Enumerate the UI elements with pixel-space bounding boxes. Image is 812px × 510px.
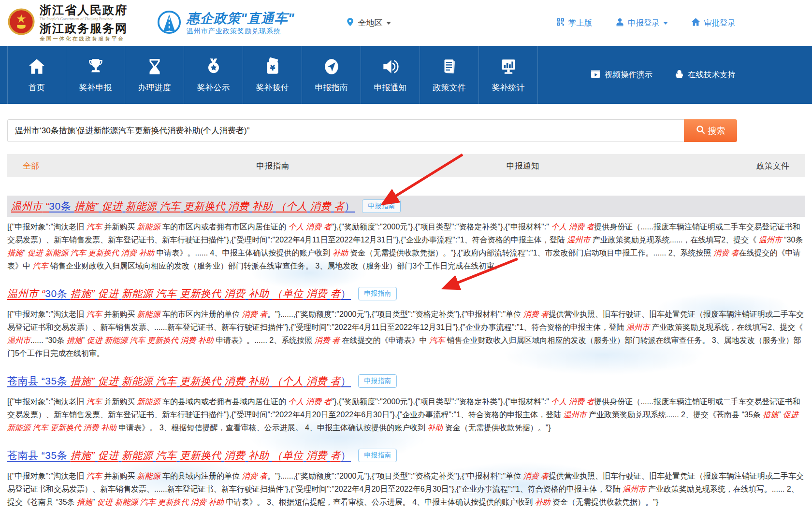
chevron-down-icon (386, 22, 391, 25)
result-title-row: 苍南县 “35条 措施” 促进 新能源 汽车 更新换代 消费 补助 （单位 消费… (7, 445, 805, 466)
video-demo-label: 视频操作演示 (605, 70, 652, 80)
trophy-icon (86, 57, 106, 77)
search-icon (696, 125, 705, 137)
gov-logo: 浙江省人民政府 The People's Government of Zheji… (7, 4, 128, 42)
nav-right-links: 视频操作演示 在线技术支持 (590, 46, 736, 104)
search-bar: 搜索 (7, 119, 805, 142)
region-selector[interactable]: 全地区 (346, 17, 391, 29)
bar-chart-icon (498, 57, 519, 77)
approve-login-link[interactable]: 审批登录 (691, 17, 736, 28)
main-content: 搜索 全部 申报指南 申报通知 政策文件 温州市 “30条 措施” 促进 新能源… (0, 119, 812, 509)
nav-label: 奖补拨付 (256, 82, 289, 93)
page: 浙江省人民政府 The People's Government of Zheji… (0, 0, 812, 510)
nav-item-award-publicity[interactable]: 奖补公示 (184, 46, 243, 104)
result-title-link[interactable]: 苍南县 “35条 措施” 促进 新能源 汽车 更新换代 消费 补助 （单位 消费… (7, 449, 351, 462)
search-result-1: 温州市 “30条 措施” 促进 新能源 汽车 更新换代 消费 补助 （个人 消费… (7, 196, 805, 272)
gov-name: 浙江省人民政府 (40, 4, 128, 16)
nav-item-policy-files[interactable]: 政策文件 (420, 46, 479, 104)
document-icon (439, 57, 460, 77)
gov-site-name: 浙江政务服务网 (40, 23, 128, 35)
result-tag-badge[interactable]: 申报指南 (362, 199, 401, 213)
gov-text-block: 浙江省人民政府 The People's Government of Zheji… (40, 4, 128, 42)
video-demo-link[interactable]: 视频操作演示 (590, 70, 652, 81)
tab-policy-files[interactable]: 政策文件 (756, 160, 789, 171)
search-result-4: 苍南县 “35条 措施” 促进 新能源 汽车 更新换代 消费 补助 （单位 消费… (7, 445, 805, 509)
result-snippet: [{"申报对象":"淘汰老旧 汽车 并新购买 新能源 车的市区内或者拥有市区内居… (7, 220, 805, 272)
result-title-link[interactable]: 苍南县 “35条 措施” 促进 新能源 汽车 更新换代 消费 补助 （个人 消费… (7, 374, 351, 388)
location-pin-icon (346, 17, 355, 29)
result-snippet: [{"申报对象":"淘汰老旧 汽车 并新购买 新能源 车的县域内或者拥有县域内居… (7, 395, 805, 434)
declare-login-label: 申报登录 (628, 18, 660, 28)
result-title-link[interactable]: 温州市 “30条 措施” 促进 新能源 汽车 更新换代 消费 补助 （单位 消费… (7, 287, 351, 300)
gov-name-en: The People's Government of Zhejiang Prov… (40, 17, 128, 21)
tech-support-link[interactable]: 在线技术支持 (675, 70, 736, 81)
declare-login-link[interactable]: 申报登录 (615, 17, 668, 28)
mobile-version-label: 掌上版 (568, 18, 593, 28)
approve-login-label: 审批登录 (704, 18, 736, 28)
compass-arrow-icon (321, 57, 342, 77)
nav-item-progress[interactable]: 办理进度 (125, 46, 184, 104)
nav-label: 办理进度 (138, 82, 171, 93)
site-header: 浙江省人民政府 The People's Government of Zheji… (0, 0, 812, 46)
nav-label: 首页 (29, 82, 45, 93)
tab-declare-notice[interactable]: 申报通知 (507, 160, 539, 171)
search-result-3: 苍南县 “35条 措施” 促进 新能源 汽车 更新换代 消费 补助 （个人 消费… (7, 370, 805, 434)
tab-declare-guide[interactable]: 申报指南 (256, 160, 289, 171)
result-title-row: 温州市 “30条 措施” 促进 新能源 汽车 更新换代 消费 补助 （单位 消费… (7, 283, 805, 304)
home-icon (27, 57, 47, 77)
result-title-link[interactable]: 温州市 “30条 措施” 促进 新能源 汽车 更新换代 消费 补助 （个人 消费… (11, 199, 355, 213)
nav-label: 奖补申报 (79, 82, 112, 93)
result-title-row: 苍南县 “35条 措施” 促进 新能源 汽车 更新换代 消费 补助 （个人 消费… (7, 370, 805, 392)
hourglass-icon (145, 57, 165, 77)
nav-item-award-statistics[interactable]: 奖补统计 (479, 46, 538, 104)
main-nav: 首页 奖补申报 办理进度 奖补公示 ¥ 奖补拨付 (0, 46, 812, 104)
region-label: 全地区 (358, 17, 383, 28)
speaker-icon (380, 57, 401, 77)
nav-label: 奖补统计 (492, 82, 525, 93)
search-button[interactable]: 搜索 (684, 119, 737, 142)
chevron-down-icon (663, 22, 668, 25)
nav-item-declare-notice[interactable]: 申报通知 (361, 46, 420, 104)
nav-item-award-payment[interactable]: ¥ 奖补拨付 (243, 46, 302, 104)
nav-label: 奖补公示 (197, 82, 230, 93)
app-subtitle: 温州市产业政策奖励兑现系统 (187, 27, 295, 35)
tab-all[interactable]: 全部 (23, 160, 39, 171)
gov-platform-line: 全国一体化在线政务服务平台 (40, 36, 128, 42)
svg-text:¥: ¥ (270, 63, 275, 72)
video-icon (590, 70, 601, 81)
qr-code-icon (556, 17, 565, 28)
money-bag-icon: ¥ (262, 57, 283, 77)
user-icon (615, 17, 624, 28)
nav-item-declare-guide[interactable]: 申报指南 (302, 46, 361, 104)
mobile-version-link[interactable]: 掌上版 (556, 17, 593, 28)
search-input[interactable] (7, 119, 684, 142)
header-links: 掌上版 申报登录 审批登录 (556, 17, 736, 28)
nav-item-award-apply[interactable]: 奖补申报 (66, 46, 125, 104)
nav-label: 申报指南 (315, 82, 348, 93)
qq-penguin-icon (675, 70, 684, 81)
result-tag-badge[interactable]: 申报指南 (358, 449, 397, 462)
nav-item-home[interactable]: 首页 (7, 46, 66, 104)
result-snippet: [{"申报对象":"淘汰老旧 汽车 并新购买 新能源 车的市区内注册的单位 消费… (7, 308, 805, 360)
app-title: 惠企政策"直通车" (187, 11, 295, 26)
result-filter-tabs: 全部 申报指南 申报通知 政策文件 (7, 154, 805, 177)
result-title-row: 温州市 “30条 措施” 促进 新能源 汽车 更新换代 消费 补助 （个人 消费… (7, 196, 805, 217)
search-result-2: 温州市 “30条 措施” 促进 新能源 汽车 更新换代 消费 补助 （单位 消费… (7, 283, 805, 360)
result-tag-badge[interactable]: 申报指南 (358, 374, 397, 388)
nav-label: 申报通知 (374, 82, 407, 93)
search-button-label: 搜索 (708, 125, 725, 137)
app-logo-icon (157, 10, 182, 37)
search-results: 温州市 “30条 措施” 促进 新能源 汽车 更新换代 消费 补助 （个人 消费… (7, 196, 805, 509)
medal-icon (203, 57, 224, 77)
national-emblem-icon (7, 8, 35, 38)
result-tag-badge[interactable]: 申报指南 (358, 287, 397, 300)
result-snippet: [{"申报对象":"淘汰老旧 汽车 并新购买 新能源 车的县域内注册的单位 消费… (7, 469, 805, 509)
home-icon (691, 17, 700, 28)
app-logo: 惠企政策"直通车" 温州市产业政策奖励兑现系统 (157, 10, 295, 37)
tech-support-label: 在线技术支持 (688, 70, 736, 80)
nav-label: 政策文件 (433, 82, 466, 93)
